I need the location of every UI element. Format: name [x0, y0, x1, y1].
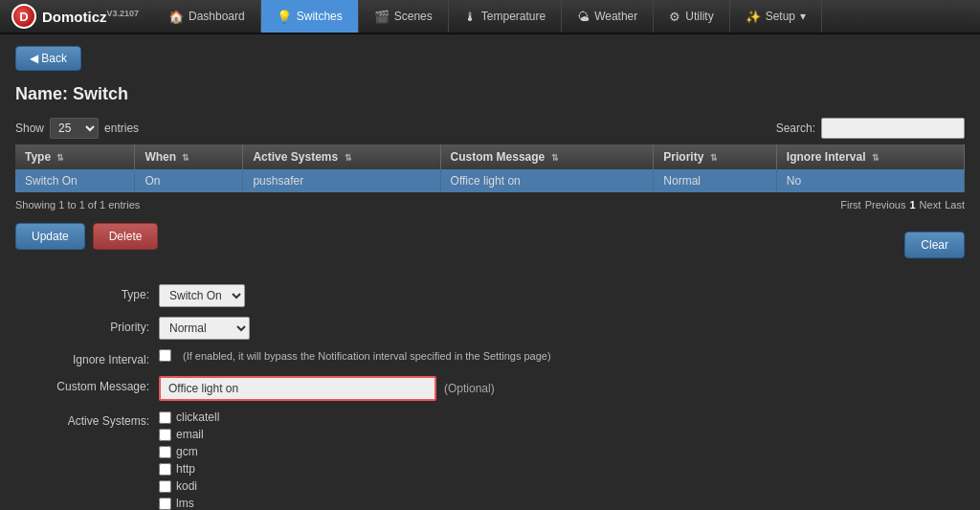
notifications-table: Type ⇅ When ⇅ Active Systems ⇅ Custom Me… [15, 144, 965, 192]
type-label: Type: [34, 284, 159, 301]
cell-type: Switch On [15, 169, 135, 192]
update-button[interactable]: Update [15, 223, 85, 250]
page-title: Name: Switch [15, 84, 965, 104]
cell-ignore-interval: No [776, 169, 964, 192]
show-entries-control: Show 25 10 50 100 entries [15, 118, 139, 139]
label-lms[interactable]: lms [176, 497, 194, 510]
setup-icon: ✨ [746, 10, 761, 24]
temperature-icon: 🌡 [464, 10, 477, 24]
tab-weather[interactable]: 🌤 Weather [562, 0, 654, 33]
dashboard-icon: 🏠 [168, 10, 184, 24]
page-previous[interactable]: Previous [865, 199, 906, 211]
cell-priority: Normal [654, 169, 777, 192]
optional-text: (Optional) [444, 382, 495, 395]
tab-utility[interactable]: ⚙ Utility [654, 0, 729, 33]
tab-dashboard[interactable]: 🏠 Dashboard [153, 0, 261, 33]
system-lms: lms [159, 497, 238, 510]
system-http: http [159, 462, 238, 476]
form-row-ignore-interval: Ignore Interval: (If enabled, it will by… [34, 349, 965, 366]
sort-priority-icon[interactable]: ⇅ [710, 153, 718, 163]
custom-message-label: Custom Message: [34, 376, 159, 393]
system-clickatell: clickatell [159, 410, 238, 424]
type-control: Switch On Switch Off On Off [159, 284, 245, 307]
label-http[interactable]: http [176, 462, 195, 476]
sort-type-icon[interactable]: ⇅ [56, 153, 64, 163]
switches-icon: 💡 [277, 10, 292, 24]
page-last[interactable]: Last [945, 199, 965, 211]
clear-button[interactable]: Clear [904, 232, 965, 258]
entries-select[interactable]: 25 10 50 100 [50, 118, 99, 139]
checkbox-kodi[interactable] [159, 480, 171, 493]
logo-icon: D [11, 4, 36, 29]
scenes-icon: 🎬 [374, 10, 390, 24]
type-select[interactable]: Switch On Switch Off On Off [159, 284, 245, 307]
nav-tabs: 🏠 Dashboard 💡 Switches 🎬 Scenes 🌡 Temper… [153, 0, 822, 33]
utility-icon: ⚙ [669, 10, 680, 24]
col-active-systems: Active Systems ⇅ [243, 144, 440, 169]
system-email: email [159, 428, 238, 441]
label-kodi[interactable]: kodi [176, 479, 197, 493]
sort-when-icon[interactable]: ⇅ [182, 153, 189, 163]
sort-ignore-icon[interactable]: ⇅ [872, 153, 880, 163]
sort-active-icon[interactable]: ⇅ [345, 153, 352, 163]
tab-temperature[interactable]: 🌡 Temperature [449, 0, 562, 33]
form-row-type: Type: Switch On Switch Off On Off [34, 284, 965, 307]
form-row-priority: Priority: Normal Low High Emergency [34, 317, 965, 340]
sort-message-icon[interactable]: ⇅ [551, 153, 559, 163]
label-clickatell[interactable]: clickatell [176, 410, 219, 424]
delete-button[interactable]: Delete [93, 223, 159, 250]
form-row-custom-message: Custom Message: (Optional) [34, 376, 965, 401]
search-input[interactable] [821, 118, 965, 139]
custom-message-input[interactable] [159, 376, 436, 401]
form-row-active-systems: Active Systems: clickatell email gcm htt… [34, 410, 965, 510]
col-type: Type ⇅ [15, 144, 135, 169]
table-info: Showing 1 to 1 of 1 entries [15, 199, 140, 211]
priority-select[interactable]: Normal Low High Emergency [159, 317, 250, 340]
table-row[interactable]: Switch On On pushsafer Office light on N… [15, 169, 965, 192]
cell-custom-message: Office light on [440, 169, 654, 192]
page-next[interactable]: Next [920, 199, 942, 211]
col-ignore-interval: Ignore Interval ⇅ [776, 144, 964, 169]
tab-setup[interactable]: ✨ Setup ▾ [730, 0, 822, 33]
top-navigation: D DomoticzV3.2107 🏠 Dashboard 💡 Switches… [0, 0, 980, 34]
search-area: Search: [776, 118, 965, 139]
custom-message-control: (Optional) [159, 376, 495, 401]
label-gcm[interactable]: gcm [176, 445, 198, 458]
pagination: First Previous 1 Next Last [840, 199, 965, 211]
col-custom-message: Custom Message ⇅ [440, 144, 654, 169]
ignore-interval-label: Ignore Interval: [34, 349, 159, 366]
priority-label: Priority: [34, 317, 159, 334]
label-email[interactable]: email [176, 428, 204, 441]
tab-switches[interactable]: 💡 Switches [261, 0, 359, 33]
checkbox-lms[interactable] [159, 498, 171, 510]
system-kodi: kodi [159, 479, 238, 493]
ignore-interval-text: (If enabled, it will bypass the Notifica… [183, 350, 551, 362]
system-gcm: gcm [159, 445, 238, 458]
checkbox-clickatell[interactable] [159, 411, 171, 424]
checkbox-email[interactable] [159, 429, 171, 441]
main-content: ◀ Back Name: Switch Show 25 10 50 100 en… [0, 34, 980, 510]
app-name: DomoticzV3.2107 [42, 9, 139, 25]
logo-area: D DomoticzV3.2107 [0, 4, 153, 29]
cell-when: On [135, 169, 243, 192]
page-first[interactable]: First [840, 199, 860, 211]
action-row: Update Delete Clear [15, 223, 965, 267]
col-when: When ⇅ [135, 144, 243, 169]
back-button[interactable]: ◀ Back [15, 46, 81, 71]
col-priority: Priority ⇅ [654, 144, 777, 169]
notification-form: Type: Switch On Switch Off On Off Priori… [15, 284, 965, 510]
table-footer: Showing 1 to 1 of 1 entries First Previo… [15, 196, 965, 213]
checkbox-http[interactable] [159, 463, 171, 476]
checkbox-gcm[interactable] [159, 446, 171, 458]
active-systems-list: clickatell email gcm http kodi [159, 410, 238, 510]
tab-scenes[interactable]: 🎬 Scenes [359, 0, 449, 33]
weather-icon: 🌤 [577, 10, 590, 24]
table-controls: Show 25 10 50 100 entries Search: [15, 118, 965, 139]
priority-control: Normal Low High Emergency [159, 317, 250, 340]
active-systems-label: Active Systems: [34, 410, 159, 428]
ignore-interval-checkbox[interactable] [159, 349, 171, 362]
page-current: 1 [909, 199, 915, 211]
table-header-row: Type ⇅ When ⇅ Active Systems ⇅ Custom Me… [15, 144, 965, 169]
action-buttons-left: Update Delete [15, 223, 158, 250]
ignore-interval-control: (If enabled, it will bypass the Notifica… [159, 349, 551, 362]
